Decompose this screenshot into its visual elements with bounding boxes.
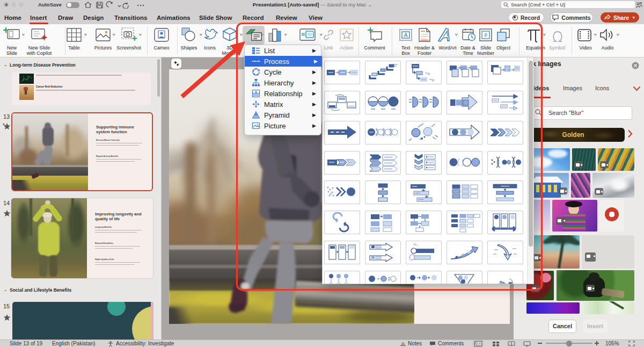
- svg-text:A: A: [404, 32, 408, 38]
- svg-text:#: #: [484, 32, 487, 38]
